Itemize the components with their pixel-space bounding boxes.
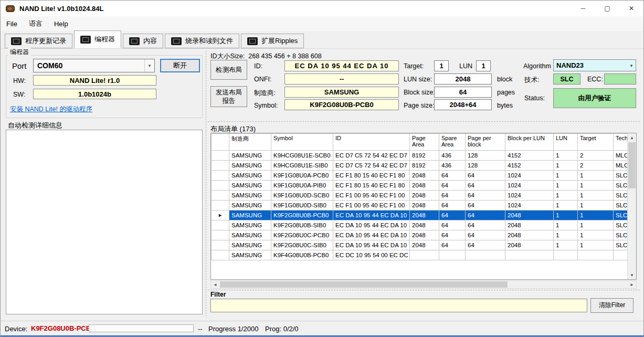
progress-text: Progress 1/2000 [208,325,258,333]
lun-size-label: LUN size: [404,76,432,83]
scroll-up-icon[interactable]: ▲ [628,133,636,142]
install-driver-link[interactable]: 安装 NAND Lite! 的驱动程序 [10,105,92,114]
table-cell: 1024 [505,201,554,210]
table-cell: SAMSUNG [229,240,271,250]
vertical-scrollbar[interactable]: ▲ ▼ [627,133,636,279]
table-cell: 1 [578,191,614,201]
target-field[interactable]: 1 [434,60,449,71]
column-header[interactable]: Page Area [410,134,439,151]
table-row[interactable]: SAMSUNGK9HCG08U1E-SIB0EC D7 C5 72 54 42 … [212,161,637,171]
row-selector-cell [212,171,229,181]
chip-icon [247,37,258,45]
tab-label: 内容 [143,36,157,46]
table-row[interactable]: SAMSUNGK9F1G08U0D-SIB0EC F1 00 95 40 EC … [212,201,637,210]
table-cell: 1 [554,151,578,161]
table-row[interactable]: SAMSUNGK9HCG08U1E-SCB0EC D7 C5 72 54 42 … [212,151,637,161]
table-row[interactable]: SAMSUNGK9F1G08U0A-PIB0EC F1 80 15 40 EC … [212,181,637,191]
table-cell [554,250,578,260]
table-cell [505,250,554,260]
algorithm-select[interactable]: NAND23 ▾ [553,59,636,71]
table-row[interactable]: SAMSUNGK9F2G08U0B-SIB0EC DA 10 95 44 EC … [212,220,637,230]
table-cell: 64 [439,230,466,240]
lun-label: LUN [459,62,472,70]
table-row[interactable]: SAMSUNGK9F1G08U0A-PCB0EC F1 80 15 40 EC … [212,171,637,181]
horizontal-scroll-thumb[interactable] [220,281,508,288]
id-field[interactable]: EC DA 10 95 44 EC DA 10 [284,60,399,71]
status-badge: 由用户验证 [553,88,636,108]
table-cell: EC DA 10 95 44 EC DA 10 [333,220,410,230]
section-divider [208,290,640,290]
tab-label: 烧录和读到文件 [185,36,233,46]
tab-burn-read-file[interactable]: 烧录和读到文件 [165,34,239,48]
vertical-scroll-thumb[interactable] [628,142,636,188]
manufacturer-label: 制造商: [254,89,276,98]
table-cell: SAMSUNG [229,250,271,260]
symbol-field[interactable]: K9F2G08U0B-PCB0 [284,99,399,110]
app-icon [6,5,15,12]
row-selector-cell [212,240,229,250]
port-select-value: COM60 [34,61,144,70]
autodetect-title: 自动检测详细信息 [8,121,62,130]
column-header[interactable]: ID [333,134,410,151]
page-size-label: Page size: [404,102,434,109]
maximize-icon[interactable]: ▢ [595,1,619,16]
table-cell: 64 [439,240,466,250]
clear-filter-button[interactable]: 清除Filter [590,298,634,313]
manufacturer-field[interactable]: SAMSUNG [284,87,399,98]
id-label: ID: [254,62,262,70]
column-header[interactable]: Spare Area [439,134,466,151]
table-row[interactable]: SAMSUNGK9F2G08U0C-PCB0EC DA 10 95 44 EC … [212,230,637,240]
ecc-field [604,73,636,85]
table-cell: K9HCG08U1E-SCB0 [271,151,333,161]
onfi-field[interactable]: -- [284,73,399,85]
row-selector-cell: ► [212,210,229,220]
table-cell: 128 [466,151,505,161]
column-header[interactable]: LUN [554,134,578,151]
column-header[interactable]: Page per block [466,134,505,151]
table-row[interactable]: ►SAMSUNGK9F2G08U0B-PCB0EC DA 10 95 44 EC… [212,210,637,220]
send-layout-report-button[interactable]: 发送布局报告 [210,86,247,107]
table-cell: 64 [466,230,505,240]
scroll-right-icon[interactable]: ► [628,281,636,288]
table-cell: 1 [554,201,578,210]
table-cell: 1 [578,220,614,230]
filter-input[interactable] [210,299,587,312]
column-header[interactable]: Target [578,134,614,151]
table-row[interactable]: SAMSUNGK9F2G08U0C-SIB0EC DA 10 95 44 EC … [212,240,637,250]
status-bar: Device: K9F2G08U0B-PCB0 -- Progress 1/20… [1,321,643,335]
table-cell: 1 [554,220,578,230]
menu-language[interactable]: 语言 [23,16,48,31]
menu-file[interactable]: File [1,17,23,30]
table-cell [578,250,614,260]
column-header[interactable]: Block per LUN [505,134,554,151]
table-cell: 2048 [505,220,554,230]
table-cell: EC F1 80 15 40 EC F1 80 [333,171,410,181]
table-row[interactable]: SAMSUNGK9F4G08U0B-PCB0EC DC 10 95 54 00 … [212,250,637,260]
tab-update-log[interactable]: 程序更新记录 [5,34,72,48]
table-header-row: 制造商SymbolIDPage AreaSpare AreaPage per b… [212,134,637,151]
menu-help[interactable]: Help [48,17,74,30]
horizontal-scrollbar[interactable]: ◄ ► [210,280,637,289]
close-icon[interactable]: ✕ [619,1,643,16]
table-row[interactable]: SAMSUNGK9F1G08U0D-SCB0EC F1 00 95 40 EC … [212,191,637,201]
tab-ripples[interactable]: 扩展Ripples [241,34,304,48]
table-cell: 64 [439,201,466,210]
disconnect-button[interactable]: 断开 [160,59,200,72]
scroll-left-icon[interactable]: ◄ [211,281,219,288]
column-header[interactable]: 制造商 [229,134,271,151]
section-divider [208,121,640,122]
port-select[interactable]: COM60 ▾ [33,59,155,72]
column-header[interactable]: Symbol [271,134,333,151]
lun-field[interactable]: 1 [476,60,491,71]
table-cell: SAMSUNG [229,151,271,161]
table-cell: 1 [578,210,614,220]
table-cell: 2048 [410,210,439,220]
scroll-down-icon[interactable]: ▼ [628,271,636,279]
progress-bar [89,324,194,332]
tab-programmer[interactable]: 编程器 [74,30,121,48]
minimize-icon[interactable]: ─ [571,1,595,16]
tab-content[interactable]: 内容 [123,34,163,48]
detect-layout-button[interactable]: 检测布局 [210,60,247,80]
filter-label: Filter [210,291,226,298]
row-selector-cell [212,191,229,201]
